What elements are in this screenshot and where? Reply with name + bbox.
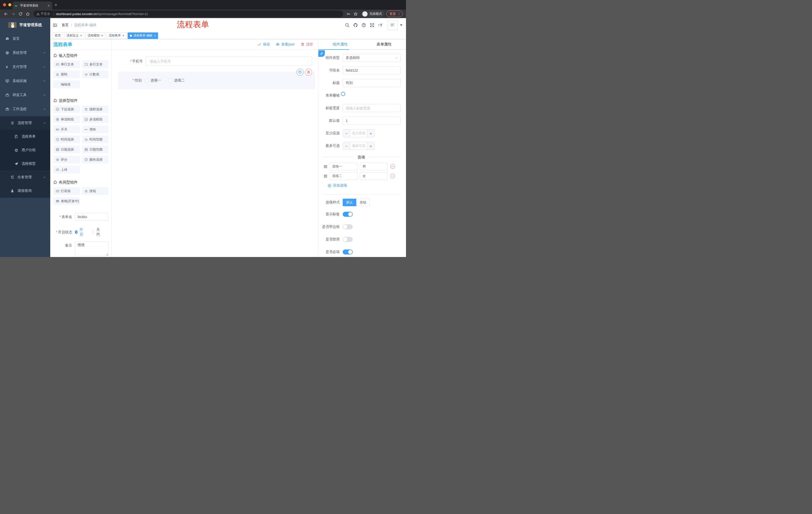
- sidebar-item-用户分组[interactable]: 用户分组: [0, 143, 50, 157]
- style-option-按钮[interactable]: 按钮: [356, 199, 370, 206]
- sidebar-item-系统管理[interactable]: 系统管理: [0, 46, 50, 60]
- slider-handle[interactable]: [341, 92, 345, 96]
- remove-option-button[interactable]: −: [390, 174, 395, 178]
- reload-icon[interactable]: [18, 12, 23, 16]
- browser-tab[interactable]: 芋道管理系统: [12, 1, 52, 9]
- title-input[interactable]: [343, 81, 400, 85]
- close-icon[interactable]: ×: [80, 34, 82, 37]
- field-name-field[interactable]: [343, 66, 401, 75]
- palette-item-按钮[interactable]: 按钮: [82, 187, 109, 195]
- palette-item-多行文本[interactable]: 多行文本: [82, 60, 109, 68]
- min-select-stepper[interactable]: −至少应选+: [343, 129, 375, 137]
- breadcrumb-home[interactable]: 首页: [62, 23, 68, 27]
- tag-流程表单[interactable]: 流程表单 ×: [107, 32, 126, 39]
- option-value-field[interactable]: [360, 172, 388, 180]
- sidebar-item-基础设施[interactable]: 基础设施: [0, 74, 50, 88]
- remove-option-button[interactable]: −: [390, 164, 395, 169]
- option-value-input[interactable]: [360, 165, 387, 168]
- palette-item-开关[interactable]: 开关: [53, 126, 80, 133]
- sidebar-item-流程表单[interactable]: 流程表单: [0, 130, 50, 143]
- clear-button[interactable]: 清空: [301, 42, 313, 47]
- help-icon[interactable]: [361, 23, 366, 27]
- tag-流程定义[interactable]: 流程定义 ×: [64, 32, 84, 39]
- palette-item-级联选择[interactable]: 级联选择: [82, 105, 109, 113]
- hamburger-fold-icon[interactable]: [53, 23, 57, 28]
- palette-item-表格[开发中][interactable]: 表格[开发中]: [53, 197, 80, 205]
- chevron-down-icon[interactable]: [400, 24, 403, 26]
- view-json-button[interactable]: 查看json: [276, 42, 295, 47]
- toggle-switch-是否必填[interactable]: [343, 249, 353, 254]
- palette-item-编辑器[interactable]: 编辑器: [53, 80, 80, 88]
- drag-handle-icon[interactable]: [323, 174, 328, 178]
- tag-流程模型[interactable]: 流程模型 ×: [85, 32, 105, 39]
- palette-item-日期选择[interactable]: 日期选择: [53, 145, 80, 154]
- form-remark-textarea[interactable]: 嘿嘿: [75, 242, 108, 256]
- sidebar-item-工作流程[interactable]: 工作流程: [0, 102, 50, 116]
- toggle-switch-显示标签[interactable]: [343, 212, 353, 217]
- checkbox-icon[interactable]: [145, 79, 148, 82]
- github-icon[interactable]: [353, 23, 358, 27]
- forward-icon[interactable]: [11, 12, 15, 16]
- browser-menu-icon[interactable]: [397, 12, 401, 16]
- style-option-默认[interactable]: 默认: [343, 199, 356, 206]
- option-label-input[interactable]: [330, 165, 357, 168]
- delete-component-button[interactable]: [305, 69, 312, 76]
- palette-item-颜色选择[interactable]: 颜色选择: [82, 156, 109, 163]
- minimize-window-button[interactable]: [8, 3, 11, 6]
- plus-button[interactable]: +: [367, 142, 374, 150]
- toggle-switch-是否禁用[interactable]: [343, 237, 353, 242]
- sidebar-item-流程管理[interactable]: 流程管理: [0, 116, 50, 130]
- palette-item-时间范围[interactable]: 时间范围: [82, 136, 109, 143]
- palette-item-行容器[interactable]: 行容器: [53, 187, 80, 195]
- back-icon[interactable]: [4, 12, 8, 16]
- max-select-placeholder[interactable]: 最多可选: [350, 142, 367, 150]
- font-size-icon[interactable]: TT: [378, 23, 384, 27]
- update-button[interactable]: 更新: [386, 10, 403, 17]
- tag-流程表单-编辑[interactable]: 流程表单-编辑 ×: [127, 32, 158, 39]
- phone-input-field[interactable]: [146, 57, 312, 66]
- close-icon[interactable]: ×: [154, 34, 156, 37]
- minus-button[interactable]: −: [343, 142, 350, 150]
- palette-item-日期范围[interactable]: 日期范围: [82, 145, 109, 154]
- max-select-stepper[interactable]: −最多可选+: [343, 142, 375, 150]
- option-label-field[interactable]: [329, 172, 358, 180]
- palette-item-密码[interactable]: 密码: [53, 71, 80, 78]
- status-radio-on[interactable]: 开启: [75, 227, 85, 237]
- palette-item-滑块[interactable]: 滑块: [82, 126, 109, 133]
- close-window-button[interactable]: [3, 3, 6, 6]
- palette-item-下拉选择[interactable]: 下拉选择: [53, 105, 80, 113]
- palette-item-评分[interactable]: 评分: [53, 156, 80, 163]
- option-label-field[interactable]: [329, 163, 358, 170]
- duplicate-component-button[interactable]: [296, 69, 303, 76]
- tab-component-props[interactable]: 组件属性: [318, 39, 362, 49]
- new-tab-button[interactable]: [54, 3, 58, 6]
- palette-item-单行文本[interactable]: 单行文本: [53, 60, 80, 68]
- close-icon[interactable]: ×: [122, 34, 124, 37]
- tab-form-props[interactable]: 表单属性: [362, 39, 406, 49]
- field-name-input[interactable]: [343, 69, 400, 73]
- close-tab-icon[interactable]: [47, 4, 50, 7]
- search-icon[interactable]: [345, 23, 349, 27]
- component-type-select[interactable]: [343, 54, 401, 62]
- add-option-button[interactable]: 添加选项: [328, 183, 401, 188]
- plus-button[interactable]: +: [367, 130, 374, 137]
- doc-link-button[interactable]: [318, 50, 325, 57]
- palette-item-上传[interactable]: 上传: [53, 166, 80, 173]
- palette-item-计数器[interactable]: 123 计数器: [82, 71, 109, 78]
- sidebar-item-支付管理[interactable]: ¥ 支付管理: [0, 60, 50, 74]
- form-name-input[interactable]: [75, 215, 108, 219]
- default-value-input[interactable]: [343, 119, 400, 123]
- option-label-input[interactable]: [330, 174, 357, 178]
- default-value-field[interactable]: [343, 117, 401, 125]
- component-type-value[interactable]: [343, 56, 400, 60]
- save-button[interactable]: 保存: [258, 42, 270, 47]
- checkbox-icon[interactable]: [169, 79, 172, 82]
- close-icon[interactable]: ×: [101, 34, 103, 37]
- gender-field-selected[interactable]: *性别 选项一 选项二: [118, 72, 315, 89]
- option-value-input[interactable]: [360, 174, 387, 178]
- bookmark-star-icon[interactable]: [353, 12, 358, 16]
- sidebar-item-流程模型[interactable]: 流程模型: [0, 157, 50, 170]
- fullscreen-icon[interactable]: [370, 23, 374, 27]
- phone-field-row[interactable]: *手机号: [126, 57, 312, 66]
- palette-item-单选框组[interactable]: 单选框组: [53, 115, 80, 123]
